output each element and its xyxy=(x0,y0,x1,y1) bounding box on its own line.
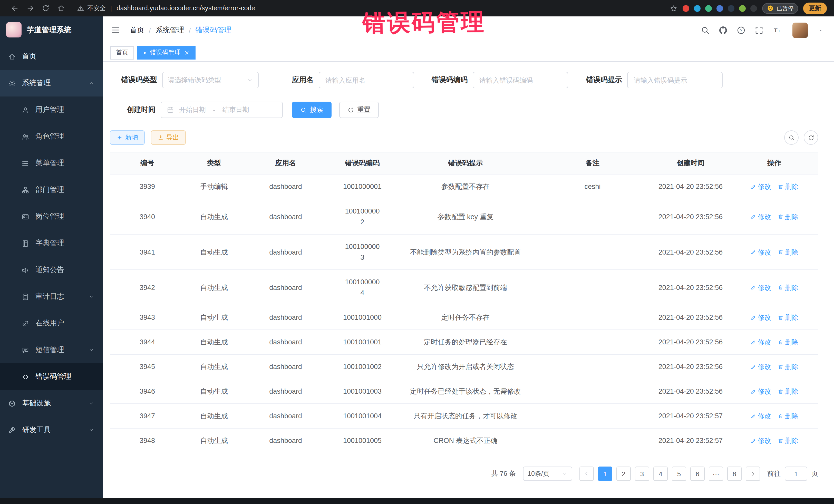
github-icon[interactable] xyxy=(719,25,728,35)
error-code-input[interactable] xyxy=(473,72,568,88)
edit-link[interactable]: 修改 xyxy=(750,247,771,257)
goto-page-input[interactable] xyxy=(785,466,807,481)
delete-link[interactable]: 删除 xyxy=(777,411,798,421)
sidebar-item-user[interactable]: 用户管理 xyxy=(0,96,103,123)
next-page-button[interactable] xyxy=(746,466,760,481)
address-bar[interactable]: dashboard.yudao.iocoder.cn/system/error-… xyxy=(116,5,255,12)
delete-link[interactable]: 删除 xyxy=(777,312,798,323)
extension-lime-icon[interactable] xyxy=(739,5,746,12)
page-size-select[interactable]: 10条/页 xyxy=(523,466,572,481)
breadcrumb-item[interactable]: 系统管理 xyxy=(155,25,184,35)
refresh-table-button[interactable] xyxy=(804,130,818,145)
org-icon xyxy=(22,186,29,194)
export-button-label: 导出 xyxy=(166,133,179,142)
page-button[interactable]: 2 xyxy=(616,466,631,481)
delete-link[interactable]: 删除 xyxy=(777,247,798,257)
sidebar-item-org[interactable]: 部门管理 xyxy=(0,177,103,203)
edit-link[interactable]: 修改 xyxy=(750,312,771,323)
home-button[interactable] xyxy=(57,4,65,12)
app-name-input[interactable] xyxy=(319,72,414,88)
back-button[interactable] xyxy=(11,4,19,12)
sidebar-item-menu[interactable]: 菜单管理 xyxy=(0,150,103,177)
row-remark xyxy=(534,360,651,373)
sidebar-item-log[interactable]: 审计日志 xyxy=(0,283,103,310)
prev-page-button[interactable] xyxy=(579,466,594,481)
sidebar-item-gear[interactable]: 系统管理 xyxy=(0,70,103,96)
search-icon[interactable] xyxy=(701,25,710,35)
edit-link[interactable]: 修改 xyxy=(750,386,771,397)
extension-red-icon[interactable] xyxy=(683,5,689,12)
edit-link[interactable]: 修改 xyxy=(750,211,771,222)
more-pages-button[interactable]: ··· xyxy=(709,466,723,481)
page-button[interactable]: 6 xyxy=(690,466,705,481)
site-security[interactable]: 不安全 xyxy=(77,4,106,13)
edit-link[interactable]: 修改 xyxy=(750,361,771,372)
edit-link[interactable]: 修改 xyxy=(750,435,771,446)
edit-link[interactable]: 修改 xyxy=(750,411,771,421)
sidebar-item-badge[interactable]: 岗位管理 xyxy=(0,203,103,230)
bookmark-star-icon[interactable] xyxy=(670,4,678,12)
reload-button[interactable] xyxy=(42,4,50,12)
column-header: 操作 xyxy=(730,152,818,174)
header-actions: ?TT xyxy=(701,22,824,38)
sidebar-item-book[interactable]: 字典管理 xyxy=(0,230,103,257)
edit-link[interactable]: 修改 xyxy=(750,337,771,348)
show-search-button[interactable] xyxy=(784,130,798,145)
sidebar-item-infra[interactable]: 基础设施 xyxy=(0,390,103,417)
sidebar-item-users[interactable]: 角色管理 xyxy=(0,123,103,150)
error-type-select[interactable]: 请选择错误码类型 xyxy=(162,72,259,88)
forward-button[interactable] xyxy=(26,4,35,12)
font-size-icon[interactable]: TT xyxy=(772,25,782,35)
user-avatar[interactable] xyxy=(792,22,808,38)
edit-link[interactable]: 修改 xyxy=(750,282,771,293)
delete-link[interactable]: 删除 xyxy=(777,282,798,293)
sidebar-item-tools[interactable]: 研发工具 xyxy=(0,417,103,443)
error-hint-input[interactable] xyxy=(627,72,723,88)
edit-icon xyxy=(750,284,756,290)
tab-close-icon[interactable] xyxy=(184,49,190,56)
delete-link[interactable]: 删除 xyxy=(777,211,798,222)
page-button[interactable]: 3 xyxy=(635,466,649,481)
page-button[interactable]: 1 xyxy=(598,466,612,481)
page-button[interactable]: 8 xyxy=(727,466,742,481)
row-actions: 修改删除 xyxy=(730,204,818,229)
help-icon[interactable]: ? xyxy=(737,25,746,35)
sidebar-item-megaphone[interactable]: 通知公告 xyxy=(0,257,103,283)
row-type: 自动生成 xyxy=(185,330,243,354)
delete-link[interactable]: 删除 xyxy=(777,386,798,397)
avatar-caret-icon[interactable] xyxy=(817,27,824,33)
delete-link[interactable]: 删除 xyxy=(777,361,798,372)
delete-link[interactable]: 删除 xyxy=(777,435,798,446)
sidebar-item-home[interactable]: 首页 xyxy=(0,43,103,70)
export-button[interactable]: 导出 xyxy=(151,130,186,145)
browser-nav xyxy=(7,4,69,12)
edit-link[interactable]: 修改 xyxy=(750,181,771,192)
page-button[interactable]: 4 xyxy=(653,466,668,481)
reset-button[interactable]: 重置 xyxy=(339,102,379,118)
row-code: 1001000001 xyxy=(328,175,397,199)
delete-link[interactable]: 删除 xyxy=(777,337,798,348)
add-button[interactable]: 新增 xyxy=(110,130,145,145)
extension-indigo-icon[interactable] xyxy=(717,5,723,12)
delete-link[interactable]: 删除 xyxy=(777,181,798,192)
fullscreen-icon[interactable] xyxy=(754,25,764,35)
extension-blue-icon[interactable] xyxy=(694,5,701,12)
table-row: 3945自动生成dashboard1001001002只允许修改为开启或者关闭状… xyxy=(110,355,818,379)
sidebar-item-label: 部门管理 xyxy=(36,185,64,195)
breadcrumb-item[interactable]: 错误码管理 xyxy=(196,25,232,35)
date-range-picker[interactable]: 开始日期 - 结束日期 xyxy=(161,102,283,118)
sidebar-item-link[interactable]: 在线用户 xyxy=(0,310,103,337)
sidebar-item-chat[interactable]: 短信管理 xyxy=(0,337,103,364)
sidebar-toggle-button[interactable] xyxy=(111,25,120,35)
sidebar-item-code[interactable]: 错误码管理 xyxy=(0,364,103,390)
extension-dark-icon[interactable] xyxy=(728,5,734,12)
tab-home[interactable]: 首页 xyxy=(110,46,134,59)
profile-paused-badge[interactable]: 已暂停 xyxy=(762,3,798,14)
extension-black-icon[interactable] xyxy=(750,5,757,12)
tab-error-code[interactable]: 错误码管理 xyxy=(137,46,196,59)
extension-green-icon[interactable] xyxy=(705,5,712,12)
page-button[interactable]: 5 xyxy=(672,466,686,481)
breadcrumb-item[interactable]: 首页 xyxy=(130,25,144,35)
update-button[interactable]: 更新 xyxy=(803,2,827,14)
search-button[interactable]: 搜索 xyxy=(292,102,332,118)
